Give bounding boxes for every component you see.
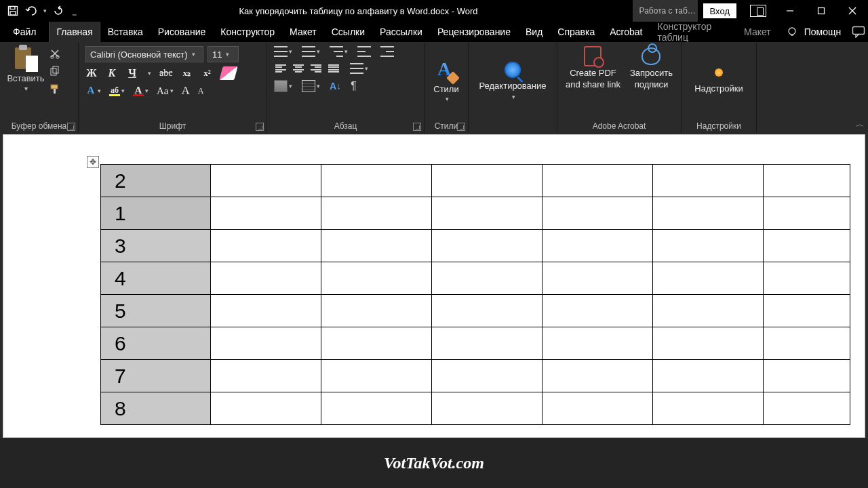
request-signatures-button[interactable]: Запросить подписи (630, 46, 673, 89)
undo-dropdown-icon[interactable]: ▾ (43, 7, 47, 14)
numbering-button[interactable]: ▾ (302, 46, 320, 57)
table-cell[interactable] (653, 327, 764, 360)
tab-layout[interactable]: Макет (282, 22, 324, 42)
tell-me-label[interactable]: Помощн (804, 26, 842, 37)
redo-icon[interactable] (51, 3, 66, 18)
table-cell[interactable] (432, 165, 542, 197)
chevron-down-icon[interactable]: ▾ (24, 85, 28, 92)
table-cell[interactable] (764, 360, 850, 392)
close-button[interactable] (837, 0, 868, 22)
table-cell[interactable] (321, 360, 432, 392)
table-cell[interactable] (321, 230, 432, 262)
table-cell[interactable] (764, 197, 850, 230)
table-row[interactable]: 4 (101, 262, 850, 295)
comments-icon[interactable] (849, 22, 868, 42)
table-cell[interactable] (653, 165, 764, 197)
table-row[interactable]: 8 (101, 392, 850, 425)
tab-insert[interactable]: Вставка (100, 22, 151, 42)
increase-indent-button[interactable] (380, 46, 394, 57)
chevron-down-icon[interactable]: ▾ (148, 70, 151, 77)
font-size-combo[interactable]: 11▾ (208, 46, 239, 62)
table-cell[interactable] (432, 230, 542, 262)
table-cell[interactable] (764, 165, 850, 197)
grow-font-button[interactable]: A (182, 84, 190, 98)
table-cell[interactable] (542, 230, 653, 262)
table-cell[interactable] (211, 327, 321, 360)
signin-button[interactable]: Вход (703, 3, 736, 18)
table-cell-first[interactable]: 3 (101, 230, 211, 262)
create-pdf-button[interactable]: Create PDF and share link (566, 46, 620, 89)
paste-button[interactable]: Вставить ▾ (5, 45, 46, 92)
table-cell[interactable] (432, 327, 542, 360)
table-cell[interactable] (653, 197, 764, 230)
text-effects-button[interactable]: A▾ (85, 86, 101, 96)
sort-button[interactable]: А↓ (330, 81, 341, 92)
show-marks-button[interactable]: ¶ (351, 80, 357, 92)
chevron-down-icon[interactable]: ▾ (512, 94, 515, 100)
table-cell[interactable] (211, 295, 321, 327)
highlight-button[interactable]: aб▾ (109, 86, 125, 96)
tab-draw[interactable]: Рисование (151, 22, 214, 42)
ribbon-display-options-icon[interactable] (750, 5, 766, 17)
table-cell[interactable] (653, 360, 764, 392)
shading-button[interactable]: ▾ (274, 80, 292, 92)
table-cell[interactable] (211, 165, 321, 197)
table-cell-first[interactable]: 5 (101, 295, 211, 327)
table-row[interactable]: 2 (101, 165, 850, 197)
align-left-button[interactable] (274, 62, 288, 75)
cut-icon[interactable] (49, 47, 61, 60)
tab-table-layout[interactable]: Макет (736, 22, 778, 42)
editing-button[interactable]: Редактирование ▾ (469, 42, 557, 119)
table-move-handle-icon[interactable]: ✥ (87, 156, 99, 168)
align-center-button[interactable] (292, 62, 305, 75)
collapse-ribbon-icon[interactable]: ︿ (856, 119, 864, 130)
subscript-button[interactable]: x₂ (180, 68, 193, 79)
strikethrough-button[interactable]: abc (159, 68, 172, 79)
tab-review[interactable]: Рецензирование (430, 22, 518, 42)
table-cell[interactable] (211, 262, 321, 295)
tab-references[interactable]: Ссылки (324, 22, 372, 42)
tab-mailings[interactable]: Рассылки (372, 22, 430, 42)
table-row[interactable]: 1 (101, 197, 850, 230)
tab-help[interactable]: Справка (550, 22, 602, 42)
underline-button[interactable]: Ч (126, 67, 138, 79)
tab-acrobat[interactable]: Acrobat (602, 22, 650, 42)
table-cell[interactable] (764, 230, 850, 262)
table-cell[interactable] (432, 295, 542, 327)
table-cell[interactable] (764, 327, 850, 360)
table-cell-first[interactable]: 4 (101, 262, 211, 295)
table-cell[interactable] (542, 262, 653, 295)
table-cell[interactable] (542, 165, 653, 197)
copy-icon[interactable] (49, 65, 61, 77)
dialog-launcher-icon[interactable] (256, 123, 264, 131)
dialog-launcher-icon[interactable] (67, 123, 75, 131)
table-cell[interactable] (653, 262, 764, 295)
dialog-launcher-icon[interactable] (457, 123, 465, 131)
change-case-button[interactable]: Aa▾ (157, 85, 174, 97)
line-spacing-button[interactable]: ▾ (350, 63, 368, 74)
addins-button[interactable]: Надстройки (682, 42, 756, 119)
table-cell-first[interactable]: 1 (101, 197, 211, 230)
document-table[interactable]: 21345678 (100, 164, 850, 425)
table-cell[interactable] (432, 360, 542, 392)
table-cell[interactable] (764, 392, 850, 425)
tab-design[interactable]: Конструктор (213, 22, 282, 42)
italic-button[interactable]: К (106, 67, 118, 79)
qat-customize-icon[interactable]: ‗ (70, 7, 79, 15)
superscript-button[interactable]: x² (201, 68, 213, 79)
table-cell[interactable] (653, 295, 764, 327)
table-cell[interactable] (321, 295, 432, 327)
save-icon[interactable] (5, 3, 20, 18)
table-cell[interactable] (542, 327, 653, 360)
table-cell[interactable] (764, 262, 850, 295)
shrink-font-button[interactable]: A (198, 86, 204, 96)
bullets-button[interactable]: ▾ (274, 46, 292, 57)
tab-file[interactable]: Файл (0, 22, 49, 42)
tab-view[interactable]: Вид (518, 22, 550, 42)
table-cell[interactable] (432, 262, 542, 295)
decrease-indent-button[interactable] (357, 46, 371, 57)
minimize-button[interactable] (774, 0, 806, 22)
table-cell[interactable] (653, 392, 764, 425)
table-cell[interactable] (542, 392, 653, 425)
table-row[interactable]: 7 (101, 360, 850, 392)
